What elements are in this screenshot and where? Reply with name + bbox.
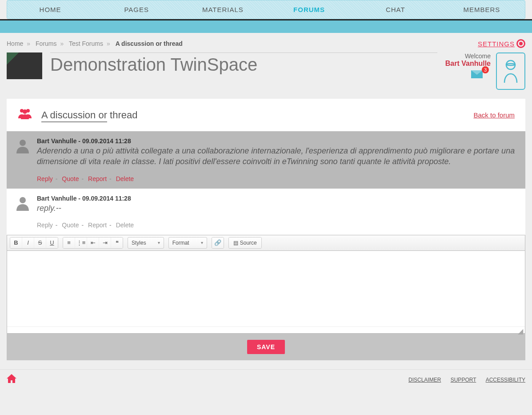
gear-icon xyxy=(516,39,525,48)
nav-home[interactable]: HOME xyxy=(7,0,93,19)
user-box: Welcome Bart Vanhulle 3 xyxy=(445,52,525,90)
divider-bar xyxy=(0,19,532,33)
svg-point-4 xyxy=(23,109,27,114)
crumb-forums[interactable]: Forums xyxy=(36,40,56,47)
italic-button[interactable]: I xyxy=(22,238,34,248)
crumb-home[interactable]: Home xyxy=(7,40,23,47)
editor-toolbar: B I S U ≡ ⋮≡ ⇤ ⇥ ❝ Styles Format 🔗 ▤ Sou… xyxy=(7,235,525,251)
thread-title-rest: thread xyxy=(107,109,138,121)
post-content: Aderendo a una o più attività collegate … xyxy=(37,145,517,167)
reply-link[interactable]: Reply xyxy=(37,175,53,182)
footer-accessibility[interactable]: ACCESSIBILITY xyxy=(486,377,525,383)
welcome-label: Welcome xyxy=(445,52,491,60)
thread-header: A discussion or thread Back to forum xyxy=(7,99,525,131)
back-to-forum-link[interactable]: Back to forum xyxy=(473,111,515,119)
post-content: reply.-- xyxy=(37,203,517,214)
nav-pages[interactable]: PAGES xyxy=(93,0,180,19)
main-nav: HOME PAGES MATERIALS FORUMS CHAT MEMBERS xyxy=(7,0,525,19)
thread-title-underlined: A discussion or xyxy=(41,109,107,122)
avatar-icon xyxy=(15,195,31,211)
nav-materials[interactable]: MATERIALS xyxy=(180,0,266,19)
strike-button[interactable]: S xyxy=(34,238,46,248)
save-bar: SAVE xyxy=(7,334,525,360)
post-actions: Reply- Quote- Report- Delete xyxy=(37,222,517,229)
nav-chat[interactable]: CHAT xyxy=(352,0,439,19)
source-icon: ▤ xyxy=(233,240,238,246)
crumb-test-forums[interactable]: Test Forums xyxy=(69,40,103,47)
settings-label: SETTINGS xyxy=(478,40,515,48)
post-item: Bart Vanhulle - 09.09.2014 11:28 Aderend… xyxy=(7,131,525,189)
footer-support[interactable]: SUPPORT xyxy=(451,377,476,383)
ordered-list-button[interactable]: ≡ xyxy=(63,238,75,248)
unordered-list-button[interactable]: ⋮≡ xyxy=(75,238,87,248)
link-button[interactable]: 🔗 xyxy=(212,238,224,248)
crumb-current: A discussion or thread xyxy=(116,40,183,47)
styles-select[interactable]: Styles xyxy=(128,237,164,249)
post-actions: Reply- Quote- Report- Delete xyxy=(37,175,517,182)
resize-handle[interactable]: ◢ xyxy=(7,326,525,333)
reply-editor: B I S U ≡ ⋮≡ ⇤ ⇥ ❝ Styles Format 🔗 ▤ Sou… xyxy=(7,235,525,334)
post-meta: Bart Vanhulle - 09.09.2014 11:28 xyxy=(37,195,517,202)
nav-members[interactable]: MEMBERS xyxy=(439,0,525,19)
post-item: Bart Vanhulle - 09.09.2014 11:28 reply.-… xyxy=(7,189,525,235)
svg-point-5 xyxy=(20,140,26,146)
outdent-button[interactable]: ⇤ xyxy=(87,238,99,248)
avatar[interactable] xyxy=(496,52,525,90)
thread-title: A discussion or thread xyxy=(41,109,137,121)
quote-link[interactable]: Quote xyxy=(62,175,79,182)
mail-badge: 3 xyxy=(482,66,489,73)
underline-button[interactable]: U xyxy=(46,238,58,248)
mail-icon[interactable] xyxy=(471,70,483,78)
breadcrumb-row: Home» Forums» Test Forums» A discussion … xyxy=(0,33,532,50)
editor-textarea[interactable] xyxy=(7,251,525,326)
source-button[interactable]: ▤ Source xyxy=(229,238,261,248)
svg-point-1 xyxy=(506,64,515,65)
svg-point-6 xyxy=(20,197,26,203)
avatar-icon xyxy=(15,137,31,153)
report-link[interactable]: Report xyxy=(88,175,107,182)
settings-link[interactable]: SETTINGS xyxy=(478,39,525,48)
delete-link: Delete xyxy=(116,222,134,229)
delete-link[interactable]: Delete xyxy=(116,175,134,182)
home-icon[interactable] xyxy=(7,374,16,386)
reply-link: Reply xyxy=(37,222,53,229)
footer: DISCLAIMER SUPPORT ACCESSIBILITY xyxy=(0,369,532,399)
post-meta: Bart Vanhulle - 09.09.2014 11:28 xyxy=(37,137,517,145)
indent-button[interactable]: ⇥ xyxy=(99,238,111,248)
report-link: Report xyxy=(88,222,107,229)
bold-button[interactable]: B xyxy=(10,238,22,248)
nav-forums[interactable]: FORUMS xyxy=(266,0,352,19)
group-icon xyxy=(17,108,32,122)
format-select[interactable]: Format xyxy=(168,237,207,249)
save-button[interactable]: SAVE xyxy=(247,340,285,354)
quote-link: Quote xyxy=(62,222,79,229)
source-label: Source xyxy=(240,240,257,246)
space-thumbnail xyxy=(7,52,42,79)
page-title: Demonstration TwinSpace xyxy=(50,52,437,75)
blockquote-button[interactable]: ❝ xyxy=(111,238,123,248)
breadcrumb: Home» Forums» Test Forums» A discussion … xyxy=(7,40,183,47)
footer-disclaimer[interactable]: DISCLAIMER xyxy=(408,377,441,383)
